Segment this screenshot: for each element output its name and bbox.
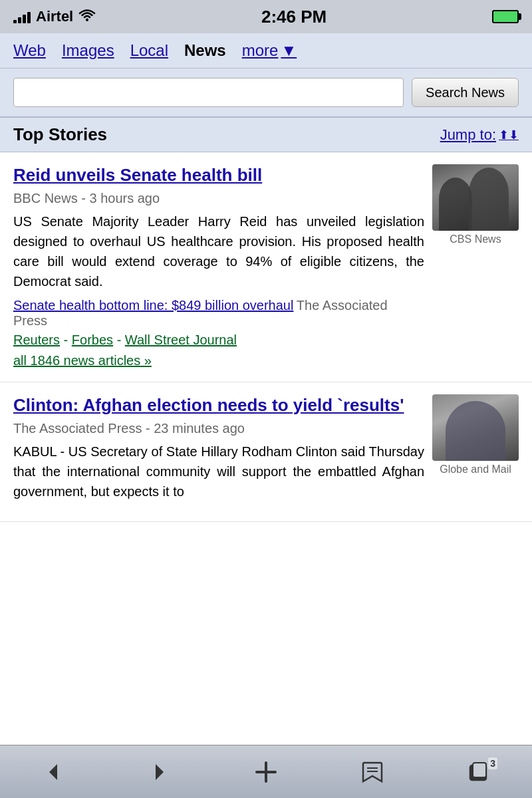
article-1-title[interactable]: Reid unveils Senate health bill <box>13 164 424 187</box>
add-tab-button[interactable] <box>239 752 293 792</box>
article-2-image-box <box>432 394 519 461</box>
nav-web[interactable]: Web <box>13 41 46 60</box>
back-button[interactable] <box>27 752 80 792</box>
article-1-image: CBS News <box>432 164 519 368</box>
nav-more[interactable]: more ▼ <box>242 41 297 60</box>
search-bar: Search News <box>0 68 532 118</box>
jump-to-link[interactable]: Jump to: ⬆⬇ <box>440 126 519 144</box>
wsj-link[interactable]: Wall Street Journal <box>125 332 237 347</box>
forbes-link[interactable]: Forbes <box>72 332 113 347</box>
figure-clinton <box>446 401 505 461</box>
article-2-image: Globe and Mail <box>432 394 519 508</box>
article-1-image-caption: CBS News <box>450 233 501 245</box>
article-1-body: US Senate Majority Leader Harry Reid has… <box>13 211 424 291</box>
dropdown-arrow-icon: ▼ <box>281 41 297 60</box>
article-2: Clinton: Afghan election needs to yield … <box>0 382 532 522</box>
battery-icon <box>492 10 519 23</box>
svg-point-0 <box>86 19 88 21</box>
article-2-body: KABUL - US Secretary of State Hillary Ro… <box>13 442 424 501</box>
article-1-text: Reid unveils Senate health bill BBC News… <box>13 164 424 368</box>
article-1: Reid unveils Senate health bill BBC News… <box>0 152 532 382</box>
bookmarks-button[interactable] <box>346 752 399 792</box>
status-bar: Airtel 2:46 PM <box>0 0 532 33</box>
section-header: Top Stories Jump to: ⬆⬇ <box>0 118 532 152</box>
article-1-source: BBC News - 3 hours ago <box>13 191 424 206</box>
tab-count-badge: 3 <box>488 757 497 769</box>
article-2-title[interactable]: Clinton: Afghan election needs to yield … <box>13 394 424 417</box>
svg-marker-2 <box>156 764 164 780</box>
forward-button[interactable] <box>133 752 186 792</box>
jump-to-arrows-icon: ⬆⬇ <box>499 128 519 142</box>
article-2-image-caption: Globe and Mail <box>440 464 511 475</box>
reuters-link[interactable]: Reuters <box>13 332 60 347</box>
article-2-text: Clinton: Afghan election needs to yield … <box>13 394 424 508</box>
tabs-button[interactable]: 3 <box>452 752 505 792</box>
nav-images[interactable]: Images <box>62 41 114 60</box>
article-1-all-link[interactable]: all 1846 news articles » <box>13 353 424 368</box>
wifi-icon <box>78 9 96 25</box>
figure-reid-2 <box>469 168 509 231</box>
nav-news[interactable]: News <box>184 41 226 60</box>
article-1-more-sources: Reuters - Forbes - Wall Street Journal <box>13 332 424 348</box>
bottom-toolbar: 3 <box>0 745 532 798</box>
status-right <box>492 10 519 23</box>
carrier-name: Airtel <box>36 8 73 25</box>
news-content: Reid unveils Senate health bill BBC News… <box>0 152 532 745</box>
svg-marker-1 <box>49 764 57 780</box>
search-button[interactable]: Search News <box>412 78 519 107</box>
svg-rect-8 <box>473 763 486 777</box>
signal-bars-icon <box>13 10 31 23</box>
article-1-image-box <box>432 164 519 231</box>
nav-local[interactable]: Local <box>130 41 168 60</box>
status-time: 2:46 PM <box>261 7 327 27</box>
figure-reid-1 <box>439 178 472 231</box>
article-2-source: The Associated Press - 23 minutes ago <box>13 421 424 436</box>
article-1-related-link[interactable]: Senate health bottom line: $849 billion … <box>13 298 293 313</box>
nav-bar: Web Images Local News more ▼ <box>0 33 532 68</box>
status-left: Airtel <box>13 8 96 25</box>
section-title: Top Stories <box>13 124 107 145</box>
search-input[interactable] <box>13 78 404 107</box>
article-1-related: Senate health bottom line: $849 billion … <box>13 298 424 329</box>
